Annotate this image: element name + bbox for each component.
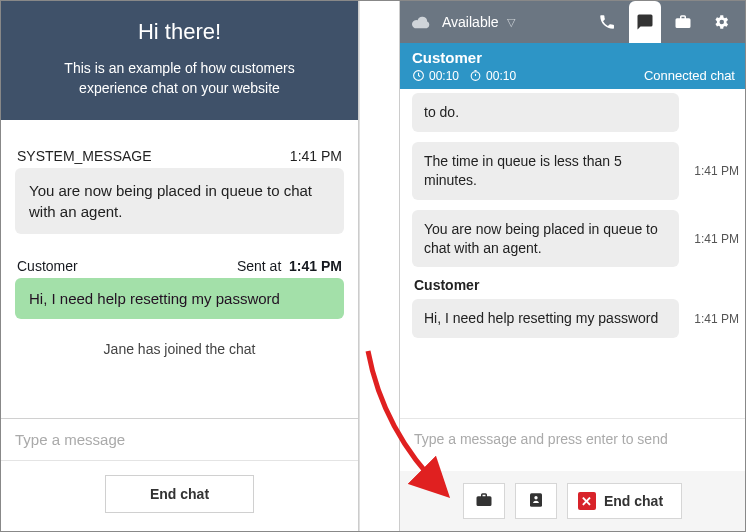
agent-message-input[interactable]: Type a message and press enter to send [400, 418, 745, 471]
system-message-bubble: You are now being placed in queue to cha… [15, 168, 344, 234]
system-message-header: SYSTEM_MESSAGE 1:41 PM [15, 130, 344, 168]
chevron-down-icon: ▽ [507, 16, 515, 29]
chat-message-row: Hi, I need help resetting my password 1:… [412, 299, 739, 338]
system-message-time: 1:41 PM [290, 148, 342, 164]
widget-title: Hi there! [31, 19, 328, 45]
customer-message-input[interactable]: Type a message [1, 418, 358, 460]
clock-icon [412, 69, 425, 82]
stopwatch-icon [469, 69, 482, 82]
end-chat-label: End chat [604, 493, 663, 509]
end-chat-button[interactable]: End chat [105, 475, 254, 513]
svg-point-3 [534, 496, 537, 499]
chat-message-row: You are now being placed in queue to cha… [412, 210, 739, 268]
customer-message-header: Customer Sent at 1:41 PM [15, 234, 344, 278]
agent-contact-panel: Available ▽ Customer 00:10 00:10 Con [399, 1, 745, 531]
agent-joined-notice: Jane has joined the chat [15, 319, 344, 367]
availability-dropdown[interactable]: Available ▽ [442, 14, 515, 30]
chat-message-row: The time in queue is less than 5 minutes… [412, 142, 739, 200]
chat-tab[interactable] [629, 1, 661, 43]
customer-bubble: Hi, I need help resetting my password [412, 299, 679, 338]
contact-name: Customer [412, 49, 735, 66]
customer-widget-footer: End chat [1, 460, 358, 531]
message-time: 1:41 PM [687, 164, 739, 178]
cloud-icon [410, 14, 432, 30]
contact-card-button[interactable] [515, 483, 557, 519]
phone-tab[interactable] [591, 6, 623, 38]
briefcase-button[interactable] [463, 483, 505, 519]
agent-chat-transcript[interactable]: to do. The time in queue is less than 5 … [400, 89, 745, 418]
customer-sender-label: Customer [414, 277, 739, 293]
system-sender-label: SYSTEM_MESSAGE [17, 148, 152, 164]
system-bubble: to do. [412, 93, 679, 132]
message-time: 1:41 PM [687, 232, 739, 246]
agent-end-chat-button[interactable]: ✕ End chat [567, 483, 682, 519]
system-bubble: You are now being placed in queue to cha… [412, 210, 679, 268]
contact-status: Connected chat [644, 68, 735, 83]
agent-top-bar: Available ▽ [400, 1, 745, 43]
customer-widget-header: Hi there! This is an example of how cust… [1, 1, 358, 120]
agent-footer-toolbar: ✕ End chat [400, 471, 745, 531]
contact-timer-2: 00:10 [486, 69, 516, 83]
close-icon: ✕ [578, 492, 596, 510]
svg-point-1 [471, 72, 480, 81]
customer-chat-widget: Hi there! This is an example of how cust… [1, 1, 359, 531]
customer-message-time: Sent at 1:41 PM [237, 258, 342, 274]
chat-message-row: to do. [412, 93, 739, 132]
widget-subtitle: This is an example of how customers expe… [31, 59, 328, 98]
active-contact-header: Customer 00:10 00:10 Connected chat [400, 43, 745, 89]
customer-chat-transcript[interactable]: SYSTEM_MESSAGE 1:41 PM You are now being… [1, 120, 358, 418]
message-time: 1:41 PM [687, 312, 739, 326]
settings-button[interactable] [705, 6, 737, 38]
case-tab[interactable] [667, 6, 699, 38]
customer-message-bubble: Hi, I need help resetting my password [15, 278, 344, 319]
briefcase-icon [475, 491, 493, 512]
availability-status: Available [442, 14, 499, 30]
contact-card-icon [527, 491, 545, 512]
system-bubble: The time in queue is less than 5 minutes… [412, 142, 679, 200]
contact-timer-1: 00:10 [429, 69, 459, 83]
customer-sender-label: Customer [17, 258, 78, 274]
pane-divider [359, 1, 399, 531]
svg-rect-2 [530, 493, 542, 507]
